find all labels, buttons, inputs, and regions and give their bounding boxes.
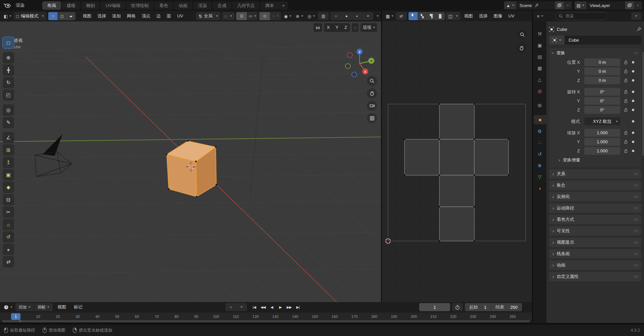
shading-settings-dropdown[interactable] (377, 15, 379, 17)
uv-editor-type-button[interactable]: ▦ (384, 14, 395, 19)
playback-menu[interactable]: 回放 (15, 303, 34, 311)
panel-grip-icon[interactable]: ∷∷ (634, 252, 638, 256)
search-input[interactable] (565, 13, 600, 19)
viewport-menu-mesh[interactable]: 网格 (124, 13, 139, 19)
object-browse-button[interactable] (549, 36, 565, 45)
tool-knife[interactable]: ✂ (3, 206, 14, 218)
keying-menu[interactable]: 插帧 (34, 303, 53, 311)
value-field[interactable]: 1.000 (584, 147, 620, 155)
edge-select-mode[interactable]: ◫ (57, 12, 66, 20)
menu-render[interactable]: 渲染 (12, 1, 28, 9)
workspace-tab-geometry-nodes[interactable]: 几何节点 (232, 1, 260, 10)
zoom-button[interactable] (367, 76, 377, 86)
properties-tab-output[interactable]: ▤ (534, 52, 545, 61)
section-custom-properties[interactable]: › 自定义属性 ∷∷ (549, 272, 641, 281)
properties-tab-render[interactable]: ▣ (534, 41, 545, 50)
animate-dot-button[interactable] (632, 61, 634, 63)
animate-dot-button[interactable] (632, 100, 634, 102)
proportional-edit-toggle[interactable]: ⊙ (259, 12, 270, 20)
uv-edge-select[interactable]: ▚ (418, 12, 427, 20)
value-field[interactable]: 1.000 (584, 129, 620, 137)
lock-icon[interactable] (624, 60, 628, 64)
lock-icon[interactable] (624, 131, 628, 135)
uv-menu-uv[interactable]: UV (505, 13, 518, 18)
properties-tab-material[interactable]: ◑ (534, 184, 545, 193)
view-layer-name-field[interactable]: ViewLayer (586, 1, 625, 9)
viewport-menu-add[interactable]: 添加 (109, 13, 124, 19)
animate-dot-button[interactable] (632, 79, 634, 82)
value-field[interactable]: 1.000 (584, 138, 620, 146)
prev-keyframe-button[interactable]: ◀◀ (259, 303, 267, 311)
section-instancing[interactable]: › 实例化 ∷∷ (549, 192, 641, 201)
jump-to-end-button[interactable]: ▶| (294, 303, 302, 311)
panel-grip-icon[interactable]: ∷∷ (634, 229, 638, 233)
workspace-tab-texture-paint[interactable]: 纹理绘制 (126, 1, 154, 10)
lock-icon[interactable] (624, 108, 628, 112)
value-field[interactable]: 0° (584, 106, 620, 114)
animate-dot-button[interactable] (632, 91, 634, 93)
view-layer-browse-button[interactable]: ▤ (575, 1, 586, 9)
tool-rotate[interactable]: ↻ (3, 77, 14, 88)
tool-transform[interactable]: ◎ (3, 104, 14, 116)
uv-menu-image[interactable]: 图像 (491, 13, 505, 19)
uv-sticky-select-dropdown[interactable]: ◫ (446, 12, 460, 20)
section-motion-paths[interactable]: › 运动路径 ∷∷ (549, 203, 641, 213)
timeline-ruler[interactable]: 1020304050607080901001101201301401501601… (0, 313, 532, 321)
section-line-art[interactable]: › 线条画 ∷∷ (549, 249, 641, 258)
uv-pan-hand-button[interactable] (517, 43, 527, 53)
animate-dot-button[interactable] (632, 109, 634, 111)
jump-to-start-button[interactable]: |◀ (250, 303, 258, 311)
properties-tab-constraints[interactable]: ⊗ (534, 161, 545, 170)
uv-menu-view[interactable]: 视图 (461, 13, 476, 19)
current-frame-field[interactable]: 1 (419, 303, 450, 311)
play-button[interactable]: ▶ (276, 303, 284, 311)
animate-dot-button[interactable] (632, 120, 634, 123)
xray-toggle[interactable]: ▥ (318, 12, 329, 20)
workspace-tab-render[interactable]: 渲染 (193, 1, 212, 10)
properties-filter-dropdown[interactable] (631, 12, 641, 20)
workspace-tab-shading[interactable]: 着色 (154, 1, 173, 10)
playhead[interactable]: 1 (11, 313, 20, 320)
lock-icon[interactable] (624, 69, 628, 74)
pin-icon[interactable] (535, 3, 539, 7)
lock-icon[interactable] (624, 140, 628, 144)
lock-icon[interactable] (624, 99, 628, 103)
properties-tab-modifiers[interactable]: ⚙ (534, 127, 545, 136)
uv-face-select[interactable]: ▜ (427, 12, 436, 20)
tool-add-cube[interactable]: ⊞ (3, 144, 14, 156)
uv-island-select[interactable]: ▉ (436, 12, 445, 20)
viewport-menu-select[interactable]: 选择 (94, 13, 109, 19)
panel-grip-icon[interactable]: ∷∷ (634, 183, 638, 188)
use-preview-range-toggle[interactable] (452, 303, 463, 311)
viewport-menu-uv[interactable]: UV (174, 13, 186, 18)
properties-tab-object[interactable]: ■ (534, 115, 546, 124)
tool-poly-build[interactable]: ⌂ (3, 219, 14, 230)
auto-key-toggle[interactable]: ○ (225, 303, 236, 311)
mirror-x-toggle[interactable]: X (324, 23, 333, 32)
shading-wireframe[interactable]: ○ (330, 12, 341, 20)
viewport-menu-vertex[interactable]: 顶点 (139, 13, 153, 19)
start-frame-field[interactable]: 起始1 (465, 303, 491, 311)
animate-dot-button[interactable] (632, 150, 634, 152)
shading-solid[interactable]: ● (341, 12, 352, 20)
tool-tweak-select[interactable]: □ (3, 37, 14, 48)
tool-inset-faces[interactable]: ▣ (3, 169, 14, 181)
properties-tab-particles[interactable]: ∴ (534, 138, 545, 147)
workspace-tab-scripting[interactable]: 脚本 (260, 1, 279, 10)
play-reverse-button[interactable]: ◀ (268, 303, 276, 311)
panel-grip-icon[interactable]: ∷∷ (634, 240, 638, 245)
orthographic-toggle-button[interactable] (367, 113, 377, 123)
workspace-tab-layout[interactable]: 布局 (42, 1, 61, 10)
properties-tab-view-layer[interactable]: ▦ (534, 63, 545, 73)
value-field[interactable]: 0 m (584, 58, 620, 66)
editor-type-button[interactable]: ◧ (2, 14, 13, 19)
panel-grip-icon[interactable]: ∷∷ (634, 218, 638, 222)
transform-orientation-dropdown[interactable]: ⇅全局 (196, 12, 220, 20)
tool-measure[interactable]: ∠ (3, 132, 14, 143)
properties-search[interactable] (555, 12, 608, 20)
viewport-menu-edge[interactable]: 边 (153, 13, 164, 19)
value-field[interactable]: 0° (584, 97, 620, 105)
tool-extrude-region[interactable]: ↥ (3, 157, 14, 168)
visibility-dropdown[interactable]: ◉ (282, 14, 292, 19)
uv-menu-select[interactable]: 选择 (476, 13, 491, 19)
